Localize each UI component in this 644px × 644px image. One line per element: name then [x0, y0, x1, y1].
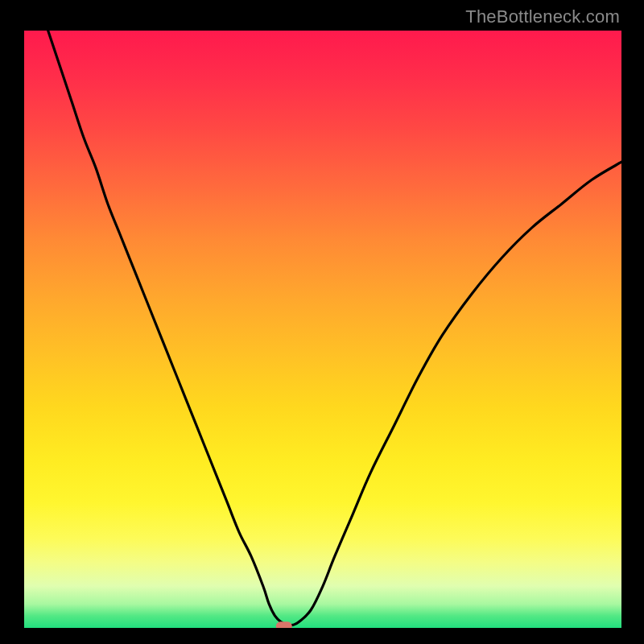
chart-frame: TheBottleneck.com	[0, 0, 644, 644]
watermark-text: TheBottleneck.com	[465, 6, 620, 27]
bottleneck-curve	[48, 31, 621, 625]
min-point-marker	[276, 621, 292, 628]
curve-layer	[24, 31, 621, 628]
plot-area	[24, 31, 621, 628]
